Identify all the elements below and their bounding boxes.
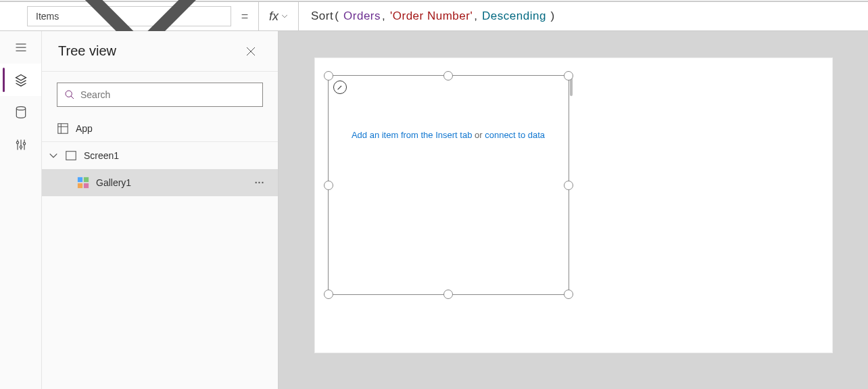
hamburger-icon xyxy=(14,41,28,54)
connect-data-link[interactable]: connect to data xyxy=(485,130,545,140)
formula-token-keyword: Descending xyxy=(482,9,546,23)
svg-point-1 xyxy=(16,141,18,143)
tree-node-label: Screen1 xyxy=(84,150,270,161)
property-name: Items xyxy=(36,11,59,22)
sliders-icon xyxy=(14,138,28,152)
advanced-tools-tab[interactable] xyxy=(0,129,41,161)
tree-node-screen[interactable]: Screen1 xyxy=(42,142,278,169)
formula-token-comma: , xyxy=(474,9,477,23)
insert-hint-link[interactable]: Add an item from the Insert tab xyxy=(352,130,472,140)
svg-rect-7 xyxy=(78,177,82,182)
svg-rect-9 xyxy=(78,183,82,188)
fx-button[interactable]: fx xyxy=(258,2,299,30)
search-icon xyxy=(64,89,75,100)
pencil-icon xyxy=(337,84,343,91)
resize-handle[interactable] xyxy=(324,71,333,81)
resize-handle[interactable] xyxy=(443,290,453,299)
close-icon xyxy=(245,46,256,57)
expand-toggle[interactable] xyxy=(49,151,58,160)
resize-handle[interactable] xyxy=(324,290,333,299)
data-tab[interactable] xyxy=(0,96,41,129)
search-container xyxy=(42,72,278,115)
hamburger-button[interactable] xyxy=(0,31,41,64)
search-box[interactable] xyxy=(57,83,263,107)
layers-icon xyxy=(14,73,28,87)
canvas-area: Add an item from the Insert tab or conne… xyxy=(279,31,868,389)
svg-point-4 xyxy=(66,91,72,97)
formula-token-open: ( xyxy=(335,9,339,23)
chevron-down-icon xyxy=(49,151,58,160)
database-icon xyxy=(14,106,28,119)
app-icon xyxy=(57,122,69,135)
gallery-empty-hint: Add an item from the Insert tab or conne… xyxy=(329,130,569,140)
formula-token-string: 'Order Number' xyxy=(390,9,473,23)
resize-handle[interactable] xyxy=(564,71,573,81)
svg-rect-5 xyxy=(58,123,68,133)
equals-label: = xyxy=(231,2,258,30)
formula-token-ref: Orders xyxy=(343,9,381,23)
resize-handle[interactable] xyxy=(564,290,573,299)
tree-view-title: Tree view xyxy=(58,43,240,59)
svg-rect-10 xyxy=(84,183,89,188)
tree-view-panel: Tree view App Screen1 Gallery1 ··· xyxy=(42,31,279,389)
formula-input[interactable]: Sort ( Orders , 'Order Number' , Descend… xyxy=(299,2,868,30)
svg-rect-8 xyxy=(84,177,89,182)
search-input[interactable] xyxy=(80,89,256,100)
tree-node-app[interactable]: App xyxy=(42,115,278,142)
svg-point-0 xyxy=(16,107,25,110)
fx-label: fx xyxy=(269,9,279,24)
screen-artboard[interactable]: Add an item from the Insert tab or conne… xyxy=(315,58,832,352)
svg-rect-6 xyxy=(66,152,76,160)
resize-handle[interactable] xyxy=(324,181,333,190)
svg-point-3 xyxy=(23,143,25,145)
tree-node-label: App xyxy=(76,123,270,134)
gallery-selection-box[interactable]: Add an item from the Insert tab or conne… xyxy=(328,75,569,295)
property-dropdown[interactable]: Items xyxy=(27,6,231,26)
more-options-button[interactable]: ··· xyxy=(249,177,270,188)
hint-plain-text: or xyxy=(472,130,485,140)
tree-view-tab[interactable] xyxy=(0,64,41,96)
formula-token-fn: Sort xyxy=(311,9,333,23)
gallery-icon xyxy=(77,177,89,189)
formula-bar: Items = fx Sort ( Orders , 'Order Number… xyxy=(0,1,868,31)
close-panel-button[interactable] xyxy=(240,41,262,62)
resize-handle[interactable] xyxy=(564,181,573,190)
edit-gallery-button[interactable] xyxy=(333,81,347,94)
screen-icon xyxy=(65,150,77,162)
formula-token-close: ) xyxy=(551,9,555,23)
chevron-down-icon xyxy=(281,13,288,20)
tree-node-label: Gallery1 xyxy=(96,177,243,188)
resize-handle[interactable] xyxy=(443,71,453,81)
svg-point-2 xyxy=(20,146,22,148)
tree-view-header: Tree view xyxy=(42,31,278,72)
formula-token-comma: , xyxy=(382,9,385,23)
tree-node-gallery[interactable]: Gallery1 ··· xyxy=(42,169,278,196)
side-rail xyxy=(0,31,42,389)
